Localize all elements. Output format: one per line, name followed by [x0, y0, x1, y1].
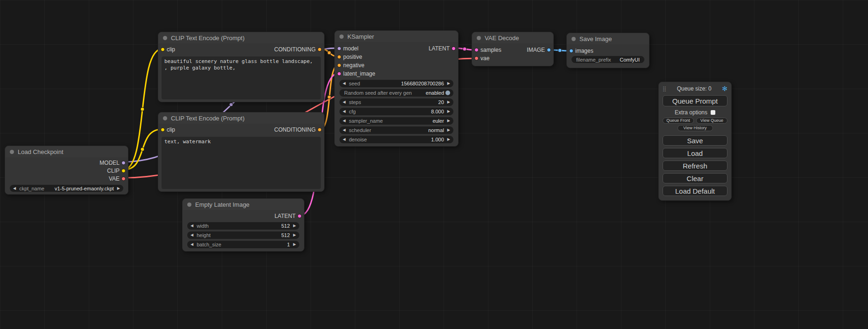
- collapse-dot-icon[interactable]: [163, 116, 167, 120]
- output-port-latent[interactable]: [452, 47, 456, 51]
- widget-denoise[interactable]: ◀ denoise 1.000 ▶: [339, 136, 453, 143]
- arrow-right-icon[interactable]: ▶: [447, 82, 450, 85]
- arrow-left-icon[interactable]: ◀: [343, 128, 346, 132]
- widget-name: ckpt_name: [19, 186, 44, 191]
- view-queue-button[interactable]: View Queue: [696, 118, 727, 124]
- queue-prompt-button[interactable]: Queue Prompt: [663, 95, 727, 106]
- widget-scheduler[interactable]: ◀ scheduler normal ▶: [339, 126, 453, 134]
- widget-steps[interactable]: ◀ steps 20 ▶: [339, 98, 453, 106]
- arrow-right-icon[interactable]: ▶: [447, 110, 450, 113]
- arrow-left-icon[interactable]: ◀: [191, 243, 193, 246]
- refresh-button[interactable]: Refresh: [663, 161, 727, 171]
- arrow-left-icon[interactable]: ◀: [191, 233, 193, 237]
- input-port-samples[interactable]: [474, 48, 479, 52]
- input-port-positive[interactable]: [337, 55, 341, 59]
- node-save-image[interactable]: Save Image images filename_prefix ComfyU…: [566, 33, 649, 68]
- widget-name: batch_size: [197, 242, 221, 247]
- input-label-positive: positive: [343, 54, 362, 60]
- arrow-right-icon[interactable]: ▶: [447, 128, 450, 132]
- arrow-left-icon[interactable]: ◀: [343, 110, 346, 113]
- node-load-checkpoint[interactable]: Load Checkpoint MODEL CLIP VAE ◀ ckpt_na…: [5, 146, 128, 195]
- prompt-textarea[interactable]: beautiful scenery nature glass bottle la…: [162, 56, 321, 99]
- node-title-bar[interactable]: Save Image: [567, 33, 649, 44]
- arrow-right-icon[interactable]: ▶: [447, 138, 450, 141]
- view-history-button[interactable]: View History: [677, 125, 713, 131]
- output-port-model[interactable]: [121, 161, 126, 165]
- output-label-image: IMAGE: [527, 47, 545, 53]
- input-port-clip[interactable]: [161, 128, 165, 132]
- input-port-clip[interactable]: [161, 48, 165, 52]
- arrow-left-icon[interactable]: ◀: [343, 100, 346, 104]
- queue-menu-panel: ⣿ Queue size: 0 ✻ Queue Prompt Extra opt…: [658, 82, 732, 201]
- arrow-left-icon[interactable]: ◀: [343, 119, 346, 123]
- arrow-left-icon[interactable]: ◀: [343, 82, 346, 85]
- settings-gear-icon[interactable]: ✻: [722, 85, 727, 92]
- output-port-image[interactable]: [547, 48, 551, 52]
- clear-button[interactable]: Clear: [663, 173, 727, 183]
- node-empty-latent-image[interactable]: Empty Latent Image LATENT ◀ width 512 ▶ …: [182, 198, 304, 252]
- node-clip-text-encode-positive[interactable]: CLIP Text Encode (Prompt) clip CONDITION…: [158, 32, 325, 102]
- load-button[interactable]: Load: [663, 148, 727, 158]
- widget-ckpt-name[interactable]: ◀ ckpt_name v1-5-pruned-emaonly.ckpt ▶: [10, 185, 123, 192]
- collapse-dot-icon[interactable]: [163, 36, 167, 40]
- arrow-left-icon[interactable]: ◀: [343, 138, 346, 141]
- input-port-negative[interactable]: [337, 63, 341, 68]
- input-port-images[interactable]: [569, 49, 573, 53]
- link-midpoint-dot: [327, 95, 331, 99]
- node-title-bar[interactable]: CLIP Text Encode (Prompt): [158, 112, 324, 124]
- arrow-right-icon[interactable]: ▶: [117, 187, 120, 190]
- widget-batch-size[interactable]: ◀ batch_size 1 ▶: [187, 241, 299, 248]
- node-title-bar[interactable]: Load Checkpoint: [5, 146, 128, 157]
- arrow-right-icon[interactable]: ▶: [447, 100, 450, 104]
- collapse-dot-icon[interactable]: [10, 150, 14, 154]
- node-title-bar[interactable]: Empty Latent Image: [183, 199, 304, 210]
- widget-seed[interactable]: ◀ seed 156680208700286 ▶: [339, 80, 453, 87]
- output-port-clip[interactable]: [121, 168, 126, 173]
- arrow-right-icon[interactable]: ▶: [293, 224, 296, 228]
- arrow-left-icon[interactable]: ◀: [13, 187, 16, 190]
- node-title-bar[interactable]: CLIP Text Encode (Prompt): [158, 32, 324, 43]
- collapse-dot-icon[interactable]: [572, 37, 576, 41]
- widget-random-seed-toggle[interactable]: Random seed after every gen enabled: [339, 89, 453, 97]
- collapse-dot-icon[interactable]: [187, 203, 191, 207]
- queue-front-button[interactable]: Queue Front: [663, 118, 694, 124]
- prompt-textarea[interactable]: text, watermark: [162, 137, 321, 189]
- node-title: CLIP Text Encode (Prompt): [171, 35, 245, 42]
- widget-name: denoise: [349, 137, 367, 142]
- load-default-button[interactable]: Load Default: [663, 186, 727, 196]
- queue-size-label: Queue size: 0: [677, 85, 712, 92]
- collapse-dot-icon[interactable]: [477, 36, 481, 40]
- node-title-bar[interactable]: KSampler: [335, 31, 458, 42]
- node-clip-text-encode-negative[interactable]: CLIP Text Encode (Prompt) clip CONDITION…: [158, 112, 325, 192]
- output-label-conditioning: CONDITIONING: [274, 46, 316, 53]
- widget-name: Random seed after every gen: [344, 90, 412, 96]
- toggle-knob-icon[interactable]: [445, 91, 450, 95]
- arrow-right-icon[interactable]: ▶: [447, 119, 450, 123]
- output-port-conditioning[interactable]: [318, 128, 322, 132]
- node-title-bar[interactable]: VAE Decode: [472, 32, 553, 43]
- link-midpoint-dot: [327, 51, 331, 55]
- widget-width[interactable]: ◀ width 512 ▶: [187, 222, 299, 230]
- output-port-latent[interactable]: [297, 214, 302, 218]
- arrow-left-icon[interactable]: ◀: [191, 224, 193, 228]
- widget-height[interactable]: ◀ height 512 ▶: [187, 231, 299, 239]
- input-port-vae[interactable]: [474, 56, 479, 61]
- drag-handle-icon[interactable]: ⣿: [663, 86, 666, 92]
- node-ksampler[interactable]: KSampler model LATENT positive negative …: [334, 30, 459, 147]
- node-graph-canvas[interactable]: Load Checkpoint MODEL CLIP VAE ◀ ckpt_na…: [0, 0, 868, 329]
- node-vae-decode[interactable]: VAE Decode samples IMAGE vae: [472, 32, 554, 66]
- widget-cfg[interactable]: ◀ cfg 8.000 ▶: [339, 108, 453, 115]
- input-port-latent-image[interactable]: [337, 72, 341, 76]
- arrow-right-icon[interactable]: ▶: [293, 243, 296, 246]
- input-port-model[interactable]: [337, 47, 341, 51]
- output-label-model: MODEL: [99, 160, 120, 166]
- collapse-dot-icon[interactable]: [339, 35, 344, 39]
- link-midpoint-dot: [141, 147, 144, 151]
- output-port-conditioning[interactable]: [318, 48, 322, 52]
- save-button[interactable]: Save: [663, 135, 727, 146]
- arrow-right-icon[interactable]: ▶: [293, 233, 296, 237]
- widget-filename-prefix[interactable]: filename_prefix ComfyUI: [572, 56, 644, 63]
- extra-options-checkbox[interactable]: [711, 110, 715, 115]
- widget-sampler-name[interactable]: ◀ sampler_name euler ▶: [339, 117, 453, 125]
- output-port-vae[interactable]: [121, 176, 126, 181]
